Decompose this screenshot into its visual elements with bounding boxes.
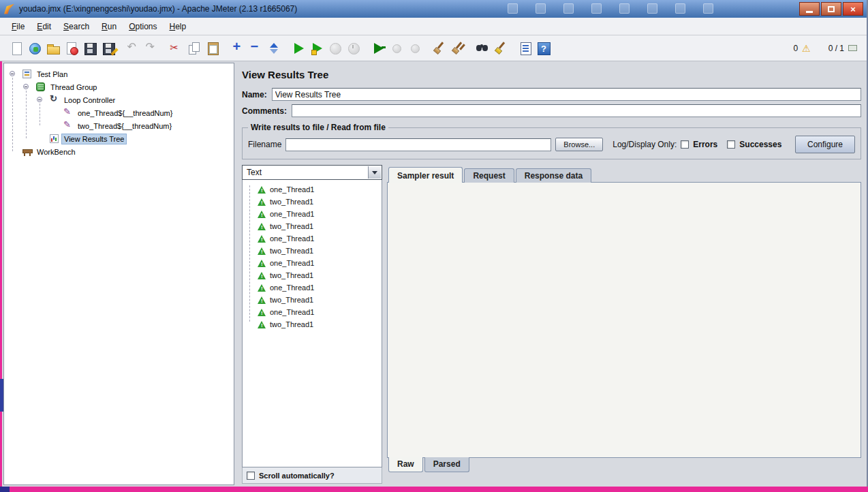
tab-response-data[interactable]: Response data — [516, 168, 591, 183]
collapse-handle-icon[interactable] — [23, 84, 29, 89]
result-item-label: two_Thread1 — [270, 247, 313, 255]
result-item-label: one_Thread1 — [270, 308, 314, 316]
start-no-timers-button[interactable] — [307, 39, 326, 57]
comments-input[interactable] — [292, 104, 861, 117]
tab-request[interactable]: Request — [464, 168, 514, 183]
collapse-handle-icon[interactable] — [37, 97, 42, 102]
run-indicator-icon — [848, 45, 857, 51]
collapse-handle-icon[interactable] — [10, 71, 15, 76]
result-item-label: one_Thread1 — [270, 185, 314, 194]
result-item[interactable]: two_Thread1 — [243, 220, 382, 232]
close-file-button[interactable] — [62, 39, 80, 57]
result-item[interactable]: one_Thread1 — [243, 281, 382, 294]
ime-icon — [703, 3, 713, 14]
tab-parsed[interactable]: Parsed — [424, 457, 469, 472]
remote-stop-all-icon — [389, 41, 404, 56]
expand-all-button[interactable] — [228, 39, 246, 57]
save-button[interactable] — [80, 39, 99, 57]
errors-checkbox[interactable] — [681, 140, 689, 149]
function-helper-icon — [518, 41, 533, 56]
loop-controller-icon — [49, 95, 59, 105]
remote-start-all-icon — [371, 41, 386, 56]
result-item-label: one_Thread1 — [270, 234, 314, 243]
scroll-automatically-checkbox[interactable] — [247, 472, 255, 480]
redo-button — [142, 39, 160, 57]
menubar: File Edit Search Run Options Help — [0, 18, 867, 35]
result-item[interactable]: one_Thread1 — [243, 257, 382, 269]
remote-start-all-button[interactable] — [369, 39, 387, 57]
titlebar: youdao.jmx (E:\xingnengceshi\youdao.jmx)… — [0, 0, 867, 18]
active-thread-count: 0 / 1 — [828, 44, 844, 53]
menu-edit[interactable]: Edit — [31, 19, 57, 34]
browse-button[interactable]: Browse... — [555, 138, 603, 151]
tab-raw[interactable]: Raw — [388, 457, 423, 472]
menu-options[interactable]: Options — [123, 19, 163, 34]
start-button[interactable] — [289, 39, 307, 57]
collapse-all-icon — [248, 41, 263, 56]
templates-button[interactable] — [25, 39, 44, 57]
copy-button[interactable] — [185, 39, 203, 57]
tree-node-test-plan[interactable]: Test Plan — [4, 67, 234, 80]
new-button[interactable] — [7, 39, 25, 57]
minimize-button[interactable] — [799, 2, 820, 16]
tree-node-thread-group[interactable]: Thread Group — [4, 80, 234, 93]
success-icon — [258, 283, 266, 292]
tree-node-view-results-tree[interactable]: View Results Tree — [4, 132, 234, 145]
sampler-result-content[interactable] — [387, 182, 861, 458]
successes-checkbox[interactable] — [727, 140, 735, 149]
test-plan-icon — [22, 69, 32, 79]
collapse-all-button[interactable] — [246, 39, 264, 57]
search-reset-icon — [493, 41, 508, 56]
chevron-down-icon[interactable] — [368, 166, 381, 179]
save-as-button[interactable] — [99, 39, 117, 57]
filename-row: Filename Browse... Log/Display Only: Err… — [248, 136, 855, 153]
tab-sampler-result[interactable]: Sampler result — [388, 167, 463, 183]
result-item[interactable]: one_Thread1 — [243, 183, 382, 196]
cut-button[interactable] — [166, 39, 185, 57]
write-results-group-title: Write results to file / Read from file — [248, 123, 388, 132]
search-button[interactable] — [473, 39, 491, 57]
view-mode-value: Text — [247, 168, 262, 177]
save-icon — [82, 41, 97, 56]
results-column: Text one_Thread1 two_Thread1 one_Thread1… — [242, 165, 382, 484]
search-reset-button[interactable] — [491, 39, 510, 57]
remote-stop-all-button — [387, 39, 405, 57]
help-button[interactable] — [534, 39, 553, 57]
name-input[interactable] — [272, 88, 861, 101]
result-item[interactable]: one_Thread1 — [243, 208, 382, 220]
toggle-button[interactable] — [264, 39, 283, 57]
close-button[interactable]: × — [843, 2, 863, 16]
main-splitter[interactable] — [234, 63, 240, 485]
menu-help[interactable]: Help — [164, 19, 193, 34]
results-splitter[interactable] — [382, 165, 387, 484]
tree-node-workbench[interactable]: WorkBench — [4, 145, 234, 158]
configure-button[interactable]: Configure — [795, 136, 855, 153]
view-mode-select[interactable]: Text — [242, 165, 382, 180]
tree-node-one-thread-sampler[interactable]: one_Thread${__threadNum} — [4, 106, 234, 119]
menu-file[interactable]: File — [5, 19, 31, 34]
open-button[interactable] — [44, 39, 62, 57]
result-item[interactable]: two_Thread1 — [243, 245, 382, 257]
undo-icon — [125, 41, 140, 56]
tree-node-two-thread-sampler[interactable]: two_Thread${__threadNum} — [4, 119, 234, 132]
filename-input[interactable] — [285, 138, 551, 151]
result-item[interactable]: two_Thread1 — [243, 196, 382, 208]
results-footer: Scroll automatically? — [242, 467, 382, 484]
thread-group-icon — [35, 82, 46, 92]
clear-button[interactable] — [430, 39, 448, 57]
undo-button — [123, 39, 142, 57]
result-item[interactable]: two_Thread1 — [243, 269, 382, 281]
result-item[interactable]: one_Thread1 — [243, 306, 382, 318]
result-item[interactable]: two_Thread1 — [243, 294, 382, 306]
function-helper-button[interactable] — [516, 39, 534, 57]
result-item[interactable]: one_Thread1 — [243, 232, 382, 245]
tree-node-loop-controller[interactable]: Loop Controller — [4, 93, 234, 106]
results-split: Text one_Thread1 two_Thread1 one_Thread1… — [242, 165, 861, 484]
maximize-button[interactable] — [821, 2, 841, 16]
clear-all-button[interactable] — [448, 39, 467, 57]
tree-node-label: one_Thread${__threadNum} — [76, 108, 174, 118]
paste-button[interactable] — [203, 39, 221, 57]
menu-run[interactable]: Run — [95, 19, 123, 34]
result-item[interactable]: two_Thread1 — [243, 318, 382, 330]
menu-search[interactable]: Search — [57, 19, 95, 34]
